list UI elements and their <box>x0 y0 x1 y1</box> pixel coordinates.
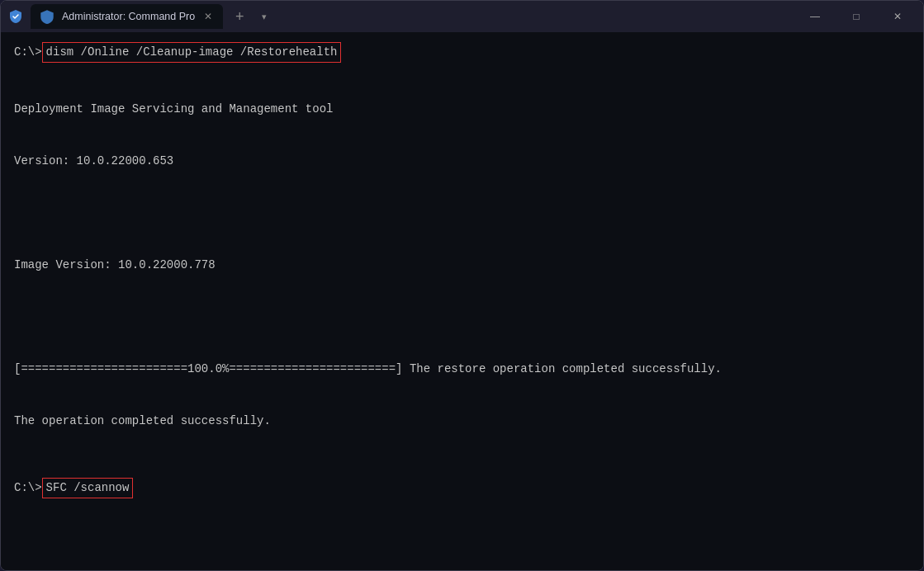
tab-title-label: Administrator: Command Pro <box>62 11 195 22</box>
output-line-8 <box>14 536 910 554</box>
app-icon <box>7 8 24 25</box>
maximize-button[interactable]: □ <box>837 3 875 30</box>
prompt-2: C:\> <box>14 479 42 497</box>
tab-close-button[interactable]: ✕ <box>201 10 215 23</box>
command-2-highlighted: SFC /scannow <box>42 478 134 498</box>
window-controls: — □ ✕ <box>796 3 917 30</box>
active-tab[interactable]: Administrator: Command Pro ✕ <box>31 4 223 29</box>
new-tab-button[interactable]: + <box>230 7 249 26</box>
output-line-5 <box>14 309 910 326</box>
command-line-1: C:\> dism /Online /Cleanup-image /Restor… <box>14 42 910 63</box>
output-line-3 <box>14 205 910 222</box>
separator-1 <box>14 471 910 478</box>
minimize-button[interactable]: — <box>796 3 834 30</box>
tab-icon <box>39 8 55 25</box>
terminal-window: Administrator: Command Pro ✕ + ▾ — □ ✕ C… <box>0 0 924 571</box>
output-block-2: Beginning system scan. This process will… <box>14 502 910 570</box>
prompt-1: C:\> <box>14 44 42 61</box>
output-line-4: Image Version: 10.0.22000.778 <box>14 257 910 274</box>
tab-dropdown-button[interactable]: ▾ <box>256 8 272 25</box>
terminal-body[interactable]: C:\> dism /Online /Cleanup-image /Restor… <box>1 32 923 570</box>
titlebar: Administrator: Command Pro ✕ + ▾ — □ ✕ <box>1 1 923 32</box>
command-line-2: C:\> SFC /scannow <box>14 478 910 498</box>
output-line-6: [========================100.0%=========… <box>14 361 910 378</box>
command-1-highlighted: dism /Online /Cleanup-image /Restoreheal… <box>42 42 342 63</box>
output-line-1: Deployment Image Servicing and Managemen… <box>14 101 910 118</box>
output-line-2: Version: 10.0.22000.653 <box>14 153 910 170</box>
output-line-7: The operation completed successfully. <box>14 413 910 430</box>
output-block-1: Deployment Image Servicing and Managemen… <box>14 66 910 465</box>
close-button[interactable]: ✕ <box>879 3 917 30</box>
